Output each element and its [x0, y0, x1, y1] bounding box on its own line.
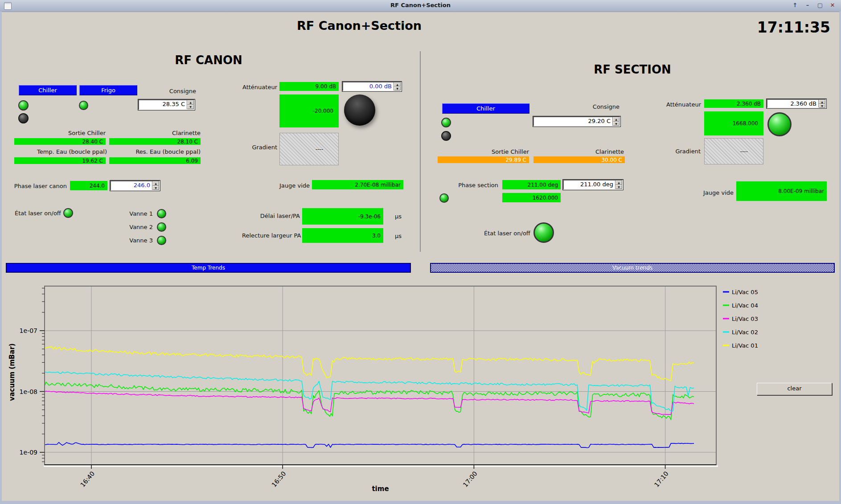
- svg-text:1e-08: 1e-08: [20, 388, 37, 395]
- svg-text:17:00: 17:00: [461, 470, 478, 488]
- svg-text:16:50: 16:50: [270, 470, 287, 488]
- series-li-vac-03: [45, 391, 694, 415]
- application-window: RF Canon+Section ↑ – ▢ ✕ RF Canon+Sectio…: [0, 0, 841, 504]
- series-li-vac-05: [45, 443, 694, 448]
- legend-label: Li/Vac 01: [732, 342, 758, 349]
- legend-label: Li/Vac 05: [732, 289, 758, 295]
- svg-text:vacuum (mBar): vacuum (mBar): [8, 343, 16, 401]
- svg-text:1e-07: 1e-07: [20, 327, 37, 334]
- legend-label: Li/Vac 04: [732, 302, 758, 309]
- clear-button[interactable]: clear: [757, 383, 832, 395]
- vacuum-trend-chart: 1e-071e-081e-0916:4016:5017:0017:10vacuu…: [0, 0, 841, 504]
- svg-text:time: time: [372, 485, 389, 493]
- legend-label: Li/Vac 02: [732, 329, 758, 336]
- legend-label: Li/Vac 03: [732, 316, 758, 322]
- svg-text:16:40: 16:40: [79, 470, 96, 488]
- svg-text:1e-09: 1e-09: [20, 449, 37, 456]
- svg-text:17:10: 17:10: [653, 470, 670, 488]
